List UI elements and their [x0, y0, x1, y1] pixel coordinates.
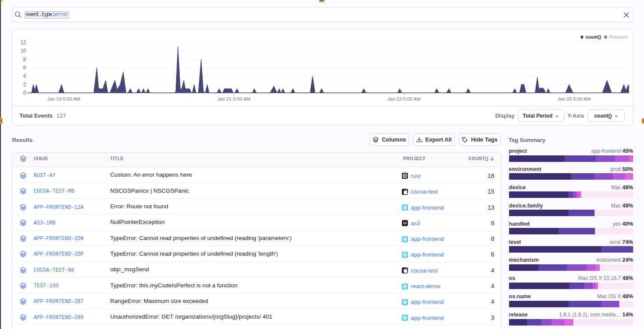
svg-text:12: 12: [20, 39, 26, 46]
svg-text:Jan 25 5:00 AM: Jan 25 5:00 AM: [558, 96, 591, 102]
svg-text:6: 6: [23, 65, 26, 71]
svg-text:Jan 21 5:00 AM: Jan 21 5:00 AM: [217, 96, 250, 102]
svg-text:R: R: [404, 175, 406, 178]
svg-text:8: 8: [23, 56, 26, 63]
svg-text:Jan 23 5:00 AM: Jan 23 5:00 AM: [388, 96, 421, 102]
svg-text:2: 2: [23, 82, 26, 88]
svg-text:Jan 19 5:00 AM: Jan 19 5:00 AM: [47, 96, 80, 102]
svg-text:0: 0: [23, 90, 26, 96]
svg-text:4: 4: [23, 73, 26, 79]
svg-text:10: 10: [20, 48, 26, 54]
